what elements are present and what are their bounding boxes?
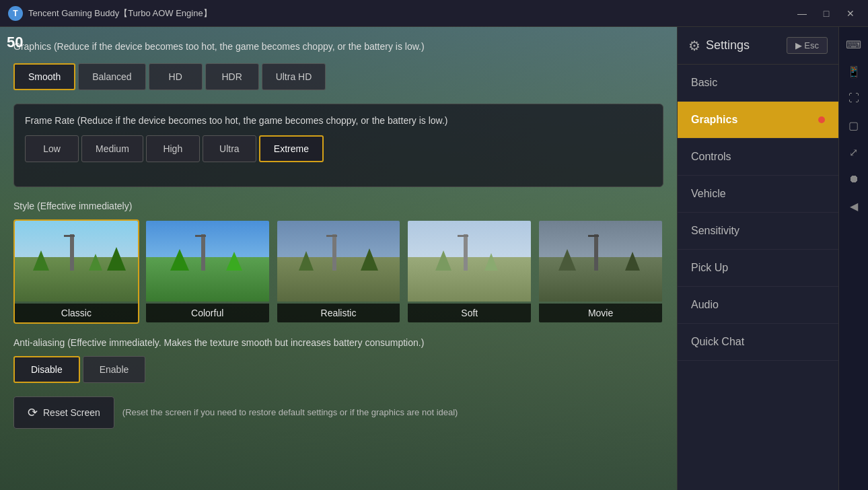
sidebar-basic-label: Basic: [691, 77, 717, 89]
style-soft-card[interactable]: Soft: [406, 219, 532, 324]
framerate-low-btn[interactable]: Low: [25, 135, 79, 162]
style-section: Style (Effective immediately): [13, 201, 663, 324]
fps-badge: 50: [7, 34, 23, 51]
sidebar-sensitivity-label: Sensitivity: [691, 225, 739, 237]
graphics-hd-btn[interactable]: HD: [149, 63, 203, 90]
framerate-medium-btn[interactable]: Medium: [81, 135, 143, 162]
framerate-high-btn[interactable]: High: [146, 135, 200, 162]
style-movie-label: Movie: [539, 304, 662, 322]
nav-items-list: Basic Graphics Controls Vehicle Sensitiv…: [678, 65, 838, 490]
sidebar-item-audio[interactable]: Audio: [678, 287, 838, 324]
framerate-ultra-btn[interactable]: Ultra: [203, 135, 256, 162]
settings-title: Settings: [706, 38, 750, 53]
aa-enable-btn[interactable]: Enable: [83, 356, 146, 383]
sidebar-item-controls[interactable]: Controls: [678, 139, 838, 176]
sidebar-graphics-label: Graphics: [691, 114, 737, 126]
sidebar-vehicle-label: Vehicle: [691, 188, 726, 200]
reset-screen-button[interactable]: ⟳ Reset Screen: [13, 396, 114, 429]
sidebar-item-pickup[interactable]: Pick Up: [678, 250, 838, 287]
style-realistic-label: Realistic: [277, 304, 400, 322]
phone-icon-btn[interactable]: 📱: [842, 59, 866, 83]
antialiasing-section: Anti-aliasing (Effective immediately. Ma…: [13, 337, 663, 383]
minimize-button[interactable]: —: [793, 5, 811, 22]
graphics-notification-dot: [818, 116, 825, 123]
style-colorful-label: Colorful: [146, 304, 269, 322]
keyboard-icon-btn[interactable]: ⌨: [842, 32, 866, 57]
settings-title-group: ⚙ Settings: [688, 38, 750, 54]
sidebar-pickup-label: Pick Up: [691, 262, 728, 274]
sidebar-controls-label: Controls: [691, 151, 731, 163]
content-area: 50 Graphics (Reduce if the device become…: [0, 27, 677, 490]
sidebar-item-basic[interactable]: Basic: [678, 65, 838, 102]
right-icon-column: ⌨ 📱 ⛶ ▢ ⤢ ⏺ ◀: [838, 27, 868, 490]
title-bar: T Tencent Gaming Buddy【Turbo AOW Engine】…: [0, 0, 868, 27]
maximize-button[interactable]: □: [817, 5, 836, 22]
style-realistic-card[interactable]: Realistic: [276, 219, 402, 324]
settings-gear-icon: ⚙: [688, 38, 700, 54]
settings-sidebar: ⚙ Settings ▶ Esc Basic Graphics Controls: [677, 27, 838, 490]
antialiasing-options: Disable Enable: [13, 356, 663, 383]
sidebar-audio-label: Audio: [691, 299, 719, 311]
reset-note: (Reset the screen if you need to restore…: [122, 407, 458, 417]
app-logo: T: [8, 6, 23, 21]
graphics-balanced-btn[interactable]: Balanced: [78, 63, 145, 90]
style-options: Classic: [13, 219, 663, 324]
fullscreen-icon-btn[interactable]: ⛶: [842, 86, 866, 110]
sidebar-item-sensitivity[interactable]: Sensitivity: [678, 213, 838, 250]
sidebar-item-quickchat[interactable]: Quick Chat: [678, 324, 838, 361]
aa-disable-btn[interactable]: Disable: [13, 356, 80, 383]
window-controls: — □ ✕: [793, 5, 860, 22]
settings-header: ⚙ Settings ▶ Esc: [678, 27, 838, 65]
back-icon-btn[interactable]: ◀: [842, 194, 866, 218]
style-colorful-card[interactable]: Colorful: [145, 219, 270, 324]
close-button[interactable]: ✕: [841, 5, 860, 22]
sidebar-quickchat-label: Quick Chat: [691, 336, 744, 348]
graphics-smooth-btn[interactable]: Smooth: [13, 63, 75, 90]
graphics-options: Smooth Balanced HD HDR Ultra HD: [13, 63, 663, 90]
framerate-description: Frame Rate (Reduce if the device becomes…: [25, 115, 652, 126]
style-soft-label: Soft: [408, 304, 531, 322]
antialiasing-label: Anti-aliasing (Effective immediately. Ma…: [13, 337, 663, 348]
reset-icon: ⟳: [28, 405, 38, 420]
style-label: Style (Effective immediately): [13, 201, 663, 211]
graphics-ultrahd-btn[interactable]: Ultra HD: [262, 63, 326, 90]
app-title: Tencent Gaming Buddy【Turbo AOW Engine】: [28, 7, 793, 20]
reset-label: Reset Screen: [43, 407, 100, 418]
framerate-section: Frame Rate (Reduce if the device becomes…: [13, 104, 663, 187]
right-panel: ⚙ Settings ▶ Esc Basic Graphics Controls: [677, 27, 868, 490]
style-classic-card[interactable]: Classic: [13, 219, 139, 324]
graphics-description: Graphics (Reduce if the device becomes t…: [13, 40, 663, 54]
sidebar-item-graphics[interactable]: Graphics: [678, 102, 838, 139]
sidebar-item-vehicle[interactable]: Vehicle: [678, 176, 838, 213]
framerate-extreme-btn[interactable]: Extreme: [259, 135, 324, 162]
record-icon-btn[interactable]: ⏺: [842, 167, 866, 191]
window-icon-btn[interactable]: ▢: [842, 113, 866, 137]
framerate-options: Low Medium High Ultra Extreme: [25, 135, 652, 162]
style-movie-card[interactable]: Movie: [538, 219, 663, 324]
graphics-hdr-btn[interactable]: HDR: [205, 63, 259, 90]
reset-section: ⟳ Reset Screen (Reset the screen if you …: [13, 396, 663, 429]
style-classic-label: Classic: [15, 304, 138, 322]
esc-button[interactable]: ▶ Esc: [787, 37, 828, 54]
resize-icon-btn[interactable]: ⤢: [842, 140, 866, 164]
